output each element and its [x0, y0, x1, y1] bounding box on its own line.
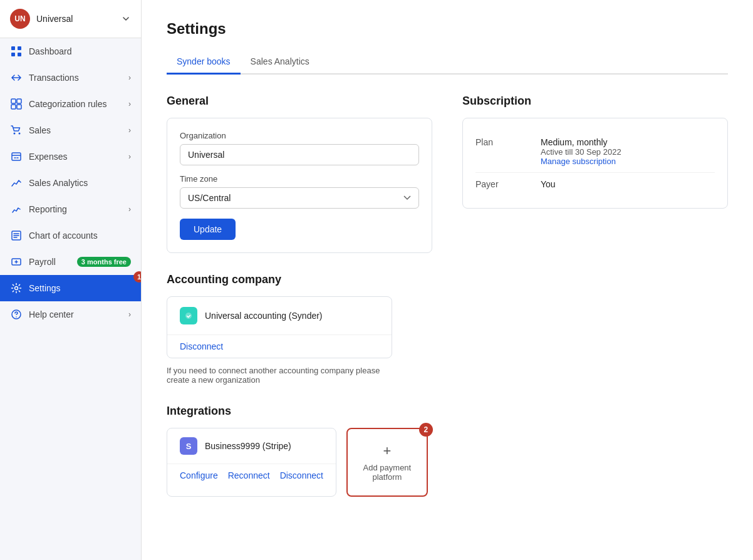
svg-rect-4	[11, 99, 16, 103]
main-content: Settings Synder books Sales Analytics Ge…	[142, 0, 753, 560]
accounting-title: Accounting company	[167, 273, 728, 286]
org-label: Organization	[180, 131, 419, 140]
svg-rect-0	[11, 46, 15, 50]
svg-rect-2	[11, 53, 15, 56]
subscription-section: Subscription Plan Medium, monthly Active…	[462, 95, 728, 253]
sidebar-item-payroll[interactable]: Payroll 3 months free	[0, 249, 141, 275]
tz-select[interactable]: US/Central	[180, 187, 419, 209]
org-input[interactable]	[180, 144, 419, 165]
payer-label: Payer	[475, 179, 526, 189]
page-title: Settings	[167, 20, 728, 38]
integrations-title: Integrations	[167, 405, 728, 418]
accounting-card: Universal accounting (Synder) Disconnect	[167, 296, 392, 358]
plan-value: Medium, monthly	[541, 137, 621, 147]
sidebar-item-categorization[interactable]: Categorization rules ›	[0, 91, 141, 117]
sidebar-item-label: Transactions	[29, 73, 128, 83]
integrations-list: S Business9999 (Stripe) Configure Reconn…	[167, 428, 728, 497]
sidebar-item-label: Expenses	[29, 152, 128, 162]
settings-icon	[10, 282, 23, 294]
sidebar-item-label: Dashboard	[29, 46, 131, 56]
add-payment-plus-icon: +	[383, 443, 391, 459]
general-title: General	[167, 95, 432, 108]
sidebar-item-label: Chart of accounts	[29, 231, 131, 241]
reconnect-button[interactable]: Reconnect	[228, 470, 270, 480]
payroll-icon	[10, 256, 23, 268]
help-icon	[10, 308, 23, 321]
sidebar-item-dashboard[interactable]: Dashboard	[0, 38, 141, 65]
add-payment-label: Add payment platform	[358, 463, 417, 482]
chart-of-accounts-icon	[10, 229, 23, 242]
org-name: Universal	[36, 14, 121, 24]
tz-label: Time zone	[180, 174, 419, 184]
sidebar-item-label: Help center	[29, 309, 128, 319]
transactions-icon	[10, 71, 23, 84]
svg-point-9	[19, 133, 21, 135]
plan-active: Active till 30 Sep 2022	[541, 147, 621, 157]
sidebar-item-label: Categorization rules	[29, 99, 128, 109]
svg-rect-3	[18, 53, 21, 56]
sidebar-item-label: Reporting	[29, 204, 128, 214]
sidebar: UN Universal Dashboard Transactions › Ca…	[0, 0, 142, 560]
plan-label: Plan	[475, 137, 526, 147]
integration-name: Business9999 (Stripe)	[205, 441, 291, 451]
svg-rect-1	[18, 46, 21, 50]
svg-rect-6	[11, 105, 16, 109]
svg-point-8	[14, 133, 16, 135]
configure-button[interactable]: Configure	[180, 470, 218, 480]
add-payment-notification-badge: 2	[419, 423, 433, 437]
tab-synder-books[interactable]: Synder books	[167, 50, 241, 75]
stripe-icon: S	[180, 437, 197, 455]
plan-details: Medium, monthly Active till 30 Sep 2022 …	[541, 137, 621, 166]
categorization-icon	[10, 98, 23, 110]
reporting-icon	[10, 203, 23, 215]
sidebar-item-help[interactable]: Help center ›	[0, 301, 141, 328]
sidebar-item-label: Payroll	[29, 257, 73, 267]
payroll-badge: 3 months free	[77, 257, 131, 267]
integrations-section: Integrations S Business9999 (Stripe) Con…	[167, 405, 728, 497]
chevron-down-icon	[121, 14, 131, 24]
sidebar-item-sales-analytics[interactable]: Sales Analytics	[0, 170, 141, 196]
org-header[interactable]: UN Universal	[0, 0, 141, 38]
disconnect-accounting-button[interactable]: Disconnect	[180, 341, 223, 351]
subscription-title: Subscription	[462, 95, 728, 108]
accounting-bottom: Disconnect	[167, 335, 392, 358]
general-card: Organization Time zone US/Central Update	[167, 118, 432, 253]
payer-value: You	[541, 179, 556, 189]
chevron-icon: ›	[128, 126, 131, 135]
general-section: General Organization Time zone US/Centra…	[167, 95, 432, 253]
integration-top: S Business9999 (Stripe)	[167, 428, 336, 464]
avatar: UN	[10, 9, 30, 29]
plan-row: Plan Medium, monthly Active till 30 Sep …	[475, 131, 715, 173]
settings-notification-badge: 1	[133, 271, 142, 283]
svg-point-15	[16, 316, 17, 318]
sidebar-item-label: Settings	[29, 283, 131, 293]
integration-actions: Configure Reconnect Disconnect	[167, 464, 336, 487]
chevron-icon: ›	[128, 310, 131, 319]
sidebar-item-label: Sales Analytics	[29, 178, 131, 188]
sidebar-item-reporting[interactable]: Reporting ›	[0, 196, 141, 222]
manage-subscription-link[interactable]: Manage subscription	[541, 157, 621, 166]
subscription-card: Plan Medium, monthly Active till 30 Sep …	[462, 118, 728, 209]
payer-row: Payer You	[475, 173, 715, 195]
sales-analytics-icon	[10, 177, 23, 189]
sales-icon	[10, 124, 23, 137]
accounting-company-name: Universal accounting (Synder)	[205, 311, 323, 321]
sidebar-item-chart-of-accounts[interactable]: Chart of accounts	[0, 222, 141, 249]
update-button[interactable]: Update	[180, 219, 236, 240]
integration-stripe-card: S Business9999 (Stripe) Configure Reconn…	[167, 428, 336, 497]
sidebar-item-transactions[interactable]: Transactions ›	[0, 65, 141, 91]
accounting-top: Universal accounting (Synder)	[167, 297, 392, 335]
disconnect-integration-button[interactable]: Disconnect	[280, 470, 323, 480]
sidebar-item-expenses[interactable]: Expenses ›	[0, 143, 141, 170]
expenses-icon	[10, 150, 23, 163]
chevron-icon: ›	[128, 152, 131, 161]
chevron-icon: ›	[128, 100, 131, 108]
sidebar-item-settings[interactable]: Settings 1	[0, 275, 141, 301]
add-payment-platform-card[interactable]: 2 + Add payment platform	[346, 428, 428, 497]
tab-sales-analytics[interactable]: Sales Analytics	[241, 50, 319, 75]
accounting-section: Accounting company Universal accounting …	[167, 273, 728, 385]
settings-tabs: Synder books Sales Analytics	[167, 50, 728, 75]
sidebar-item-label: Sales	[29, 125, 128, 135]
svg-rect-5	[17, 99, 21, 103]
sidebar-item-sales[interactable]: Sales ›	[0, 117, 141, 143]
